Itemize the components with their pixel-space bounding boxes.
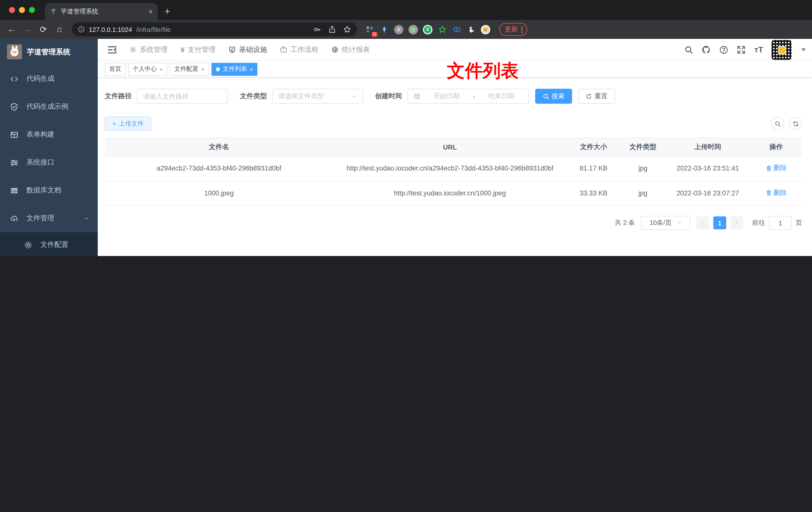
code-icon — [10, 74, 19, 83]
extension-emoji-icon[interactable] — [481, 25, 490, 34]
help-icon[interactable] — [720, 45, 728, 54]
screen: 芋道管理系统 × + ← → ⟳ ⌂ 127.0.0.1:1024/infra/… — [0, 0, 812, 256]
date-separator: - — [473, 92, 475, 100]
avatar[interactable] — [772, 40, 791, 60]
active-dot — [216, 67, 220, 71]
topnav-payment-management[interactable]: ¥ 支付管理 — [174, 39, 222, 61]
extension-tab-manager-icon[interactable]: 11 — [365, 25, 375, 34]
gear-icon — [129, 46, 137, 53]
prev-page-button[interactable] — [696, 216, 709, 229]
sidebar-logo[interactable]: 芋道管理系统 — [0, 39, 98, 65]
sidebar-item-file-config[interactable]: 文件配置 — [0, 232, 98, 256]
delete-button[interactable]: 删除 — [765, 162, 787, 174]
search-icon[interactable] — [685, 45, 694, 54]
topnav-system-management[interactable]: 系统管理 — [123, 39, 174, 61]
tag-file-config[interactable]: 文件配置× — [170, 63, 209, 76]
file-type-select[interactable]: 请选择文件类型 — [272, 89, 363, 104]
cell-url: http://test.yudao.iocoder.cn/1000.jpeg — [333, 181, 567, 206]
toggle-search-button[interactable] — [771, 117, 784, 130]
favicon-plant-icon — [50, 8, 57, 15]
refresh-table-button[interactable] — [789, 117, 802, 130]
sidebar-item-database-doc[interactable]: 数据库文档 — [0, 177, 98, 204]
font-size-icon[interactable]: ᴛT — [754, 45, 763, 54]
delete-button[interactable]: 删除 — [765, 187, 787, 198]
reset-button[interactable]: 重置 — [578, 89, 615, 104]
forward-button[interactable]: → — [21, 24, 34, 34]
tab-close-icon[interactable]: × — [149, 8, 153, 15]
file-type-label: 文件类型 — [240, 92, 267, 101]
chevron-up-icon — [82, 216, 91, 221]
tag-close-icon[interactable]: × — [160, 66, 163, 72]
browser-tab[interactable]: 芋道管理系统 × — [45, 3, 157, 20]
tag-profile[interactable]: 个人中心× — [128, 63, 167, 76]
plus-icon: + — [112, 120, 116, 128]
extension-v-icon[interactable]: V — [423, 25, 432, 34]
topnav-infrastructure[interactable]: 基础设施 — [222, 39, 273, 61]
topnav-workflow[interactable]: 工作流程 — [273, 39, 325, 61]
topnav-statistics[interactable]: 统计报表 — [325, 39, 376, 61]
chevron-left-icon — [700, 220, 705, 225]
sidebar-item-file-management[interactable]: 文件管理 — [0, 204, 98, 232]
cell-upload-time: 2022-03-16 23:07:27 — [665, 181, 750, 206]
reload-button[interactable]: ⟳ — [37, 24, 50, 35]
browser-menu-icon[interactable] — [521, 26, 523, 33]
red-annotation: 文件列表 — [447, 62, 519, 80]
password-key-icon[interactable] — [313, 25, 321, 33]
next-page-button[interactable] — [730, 216, 743, 229]
sidebar-collapse-icon[interactable] — [107, 44, 118, 55]
close-window-button[interactable] — [9, 7, 15, 13]
extension-green-dot-icon[interactable] — [408, 25, 418, 34]
fullscreen-icon[interactable] — [737, 45, 746, 54]
sidebar-item-system-api[interactable]: 系统接口 — [0, 149, 98, 177]
sidebar-item-code-generation[interactable]: 代码生成 — [0, 65, 98, 93]
logo-image — [7, 44, 22, 59]
goto-page-input[interactable] — [769, 216, 791, 230]
extension-star-icon[interactable] — [437, 25, 447, 34]
chevron-down-icon — [676, 220, 682, 225]
share-icon[interactable] — [328, 25, 336, 33]
sidebar-item-form-builder[interactable]: 表单构建 — [0, 121, 98, 149]
current-page[interactable]: 1 — [713, 216, 726, 229]
cell-url: http://test.yudao.iocoder.cn/a294ecb2-73… — [333, 156, 567, 181]
tag-file-list-active[interactable]: 文件列表× — [211, 63, 258, 76]
start-date-placeholder[interactable]: 开始日期 — [425, 92, 469, 101]
extension-badge: 11 — [371, 32, 378, 37]
zoom-window-button[interactable] — [29, 7, 35, 13]
top-navigation: 系统管理 ¥ 支付管理 基础设施 工作流程 — [123, 39, 376, 61]
extension-balloon-icon[interactable] — [380, 25, 389, 34]
minimize-window-button[interactable] — [19, 7, 25, 13]
cell-file-name: a294ecb2-73dd-4353-bf40-296b8931d0bf — [105, 156, 333, 181]
cloud-download-icon — [10, 214, 19, 222]
date-range-picker[interactable]: 开始日期 - 结束日期 — [407, 89, 529, 104]
dashboard-icon — [331, 46, 339, 53]
page-size-select[interactable]: 10条/页 — [641, 216, 690, 230]
chevron-down-icon — [352, 93, 357, 99]
tag-close-icon[interactable]: × — [250, 66, 253, 72]
upload-file-button[interactable]: + 上传文件 — [105, 117, 151, 131]
window-controls[interactable] — [9, 7, 35, 13]
search-button[interactable]: 搜索 — [535, 89, 572, 104]
file-path-input[interactable] — [137, 89, 228, 104]
sidebar-item-code-generation-example[interactable]: 代码生成示例 — [0, 93, 98, 121]
bookmark-star-icon[interactable] — [343, 25, 351, 33]
back-button[interactable]: ← — [5, 24, 18, 34]
avatar-caret-down-icon[interactable] — [801, 48, 806, 51]
tag-close-icon[interactable]: × — [201, 66, 204, 72]
chrome-update-button[interactable]: 更新 — [499, 23, 527, 36]
gear-icon — [24, 241, 32, 249]
page-unit-label: 页 — [795, 218, 802, 227]
end-date-placeholder[interactable]: 结束日期 — [479, 92, 523, 101]
extension-eye-icon[interactable] — [452, 25, 461, 34]
extensions-puzzle-icon[interactable] — [466, 25, 476, 34]
sliders-icon — [10, 158, 19, 167]
pagination: 共 2 条 10条/页 1 前往 页 — [105, 216, 802, 230]
sidebar-submenu-file: 文件配置 文件列表 — [0, 232, 98, 256]
github-icon[interactable] — [702, 45, 711, 54]
home-button[interactable]: ⌂ — [53, 24, 66, 34]
address-bar[interactable]: 127.0.0.1:1024/infra/file/file — [72, 23, 357, 36]
new-tab-button[interactable]: + — [165, 6, 170, 17]
site-info-icon[interactable] — [78, 26, 85, 33]
extension-command-icon[interactable]: ⌘ — [394, 25, 404, 34]
tag-home[interactable]: 首页 — [105, 63, 126, 76]
search-icon — [774, 120, 781, 127]
